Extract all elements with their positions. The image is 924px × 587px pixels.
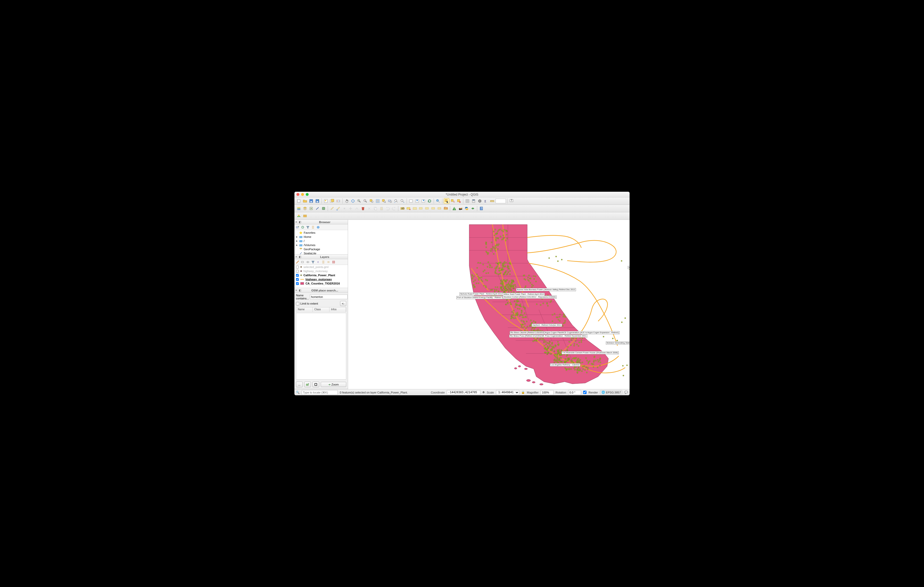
- layer-remove-icon[interactable]: [332, 260, 336, 264]
- layers-list[interactable]: selected_points.gml highway_motorway Cal…: [294, 265, 348, 288]
- layer-filter-icon[interactable]: [311, 260, 315, 264]
- zoom-selection-button[interactable]: [381, 198, 387, 204]
- browser-tree[interactable]: ⭐Favorites ▶Home ▶/ ▶/Volumes GeoPackage…: [294, 230, 348, 254]
- new-map-view-button[interactable]: [408, 198, 414, 204]
- plugin-button[interactable]: [470, 206, 476, 211]
- zoom-in-button[interactable]: [356, 198, 362, 204]
- filter-browser-icon[interactable]: [306, 225, 310, 229]
- field-calc-button[interactable]: [471, 198, 477, 204]
- undo-button[interactable]: [385, 206, 391, 211]
- layer-expr-icon[interactable]: ε: [316, 260, 320, 264]
- tree-item-geopackage[interactable]: GeoPackage: [294, 247, 348, 251]
- new-geopackage-button[interactable]: [302, 206, 308, 211]
- window-close[interactable]: [297, 193, 299, 196]
- toggle-editing-button[interactable]: [329, 206, 335, 211]
- easy-label-button[interactable]: Easy: [443, 206, 449, 211]
- identify-button[interactable]: [435, 198, 441, 204]
- layer-power-plant[interactable]: California_Power_Plant: [294, 273, 348, 277]
- layer-selected-points[interactable]: selected_points.gml: [294, 265, 348, 269]
- label-move-button[interactable]: [418, 206, 424, 211]
- osm-name-input[interactable]: [310, 294, 348, 299]
- lock-icon[interactable]: 🔒: [521, 391, 525, 394]
- osm-undock-icon[interactable]: ◧: [298, 289, 302, 292]
- tree-item-favorites[interactable]: ⭐Favorites: [294, 231, 348, 235]
- messages-icon[interactable]: 💬: [624, 391, 628, 394]
- tree-item-volumes[interactable]: ▶/Volumes: [294, 243, 348, 247]
- osm-zoom-button[interactable]: ➜ Zoom: [321, 382, 346, 387]
- layer-expand-icon[interactable]: [321, 260, 325, 264]
- osm-back-button[interactable]: <-: [340, 301, 346, 306]
- layers-close-icon[interactable]: ✕: [294, 255, 298, 259]
- new-memory-button[interactable]: [321, 206, 327, 211]
- properties-icon[interactable]: i: [316, 225, 320, 229]
- move-feature-button[interactable]: [348, 206, 353, 211]
- toolbox-button[interactable]: [477, 198, 483, 204]
- layer-collapse-icon[interactable]: [327, 260, 330, 264]
- layer-visibility-icon[interactable]: [306, 260, 310, 264]
- label-show-button[interactable]: [437, 206, 442, 211]
- browser-close-icon[interactable]: ✕: [294, 220, 298, 224]
- show-bookmarks-button[interactable]: [421, 198, 426, 204]
- tree-item-home[interactable]: ▶Home: [294, 235, 348, 239]
- layer-style-icon[interactable]: [295, 260, 300, 264]
- save-project-button[interactable]: [309, 198, 314, 204]
- zoom-last-button[interactable]: [393, 198, 399, 204]
- python-console-button[interactable]: [464, 206, 469, 211]
- open-attr-table-button[interactable]: [465, 198, 470, 204]
- zoom-out-button[interactable]: [363, 198, 368, 204]
- select-features-button[interactable]: [444, 198, 449, 204]
- deselect-all-button[interactable]: [456, 198, 462, 204]
- georeferencer-button[interactable]: [451, 206, 457, 211]
- label-tool-abc[interactable]: abc: [399, 206, 405, 211]
- new-shapefile-button[interactable]: [309, 206, 314, 211]
- tree-item-spatialite[interactable]: SpatiaLite: [294, 251, 348, 254]
- data-source-manager-button[interactable]: [296, 206, 302, 211]
- osm-options-button[interactable]: ...: [296, 381, 303, 387]
- pan-to-selection-button[interactable]: [350, 198, 356, 204]
- collapse-all-icon[interactable]: [311, 225, 315, 229]
- window-minimize[interactable]: [301, 193, 304, 196]
- layer-highway-1[interactable]: highway_motorway: [294, 269, 348, 273]
- copy-button[interactable]: [373, 206, 378, 211]
- extents-icon[interactable]: ✥: [482, 391, 485, 394]
- window-zoom[interactable]: [306, 193, 309, 196]
- open-project-button[interactable]: [302, 198, 308, 204]
- zoom-next-button[interactable]: [399, 198, 405, 204]
- add-feature-button[interactable]: [342, 206, 347, 211]
- measure-button[interactable]: [489, 198, 495, 204]
- pan-button[interactable]: [344, 198, 350, 204]
- map-tips-spin[interactable]: [495, 199, 506, 203]
- paste-button[interactable]: [379, 206, 384, 211]
- zoom-native-button[interactable]: [369, 198, 375, 204]
- coord-input[interactable]: [447, 390, 480, 395]
- magnifier-input[interactable]: [541, 390, 554, 395]
- node-tool-button[interactable]: [354, 206, 360, 211]
- label-rotate-button[interactable]: [424, 206, 430, 211]
- rotation-input[interactable]: [568, 390, 581, 395]
- render-checkbox[interactable]: [583, 391, 587, 394]
- delete-selected-button[interactable]: [360, 206, 366, 211]
- new-spatialite-button[interactable]: [315, 206, 320, 211]
- quickmap-button[interactable]: [302, 213, 308, 219]
- zoom-full-button[interactable]: [375, 198, 381, 204]
- osm-limit-checkbox[interactable]: [296, 302, 299, 305]
- quickosm-button[interactable]: [296, 213, 302, 219]
- layer-counties[interactable]: CA_Counties_TIGER2016: [294, 281, 348, 286]
- help-button[interactable]: ?: [478, 206, 484, 211]
- refresh-browser-icon[interactable]: [300, 225, 305, 229]
- osm-add-layer-button[interactable]: [304, 381, 311, 387]
- new-layout-button[interactable]: [323, 198, 329, 204]
- locator-input[interactable]: [302, 390, 338, 395]
- osm-download-button[interactable]: [458, 206, 463, 211]
- osm-mask-button[interactable]: [312, 381, 319, 387]
- annotation-text-button[interactable]: T: [509, 198, 514, 204]
- save-edits-button[interactable]: [335, 206, 341, 211]
- layers-undock-icon[interactable]: ◧: [298, 255, 302, 259]
- style-manager-button[interactable]: [335, 198, 341, 204]
- tree-item-root[interactable]: ▶/: [294, 239, 348, 243]
- stats-button[interactable]: Σ: [483, 198, 489, 204]
- map-canvas[interactable]: Intermountain Power Project (UT)Buena Vi…: [348, 220, 630, 389]
- layout-manager-button[interactable]: [329, 198, 335, 204]
- osm-close-icon[interactable]: ✕: [294, 289, 298, 292]
- redo-button[interactable]: [391, 206, 397, 211]
